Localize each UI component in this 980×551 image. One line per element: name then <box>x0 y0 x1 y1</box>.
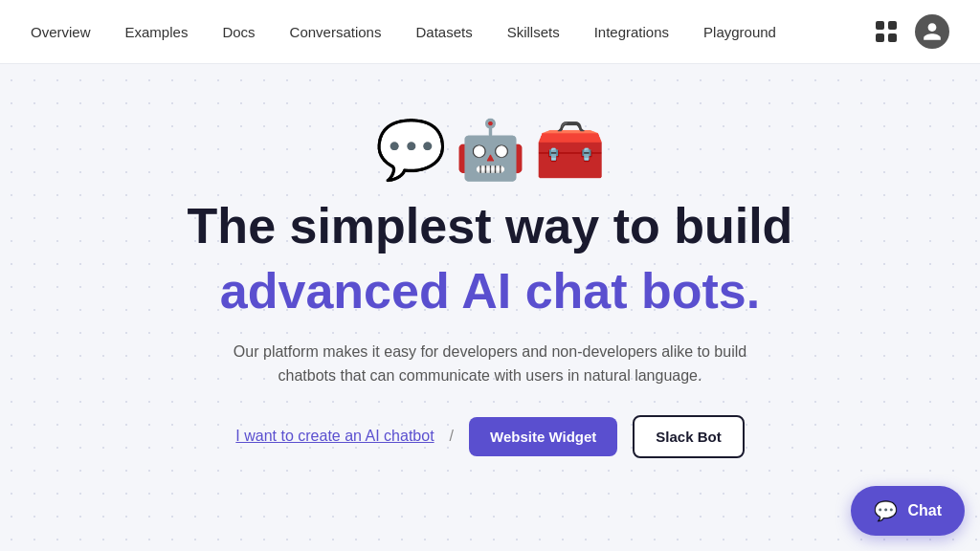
hero-cta: I want to create an AI chatbot / Website… <box>235 415 744 458</box>
slack-bot-button[interactable]: Slack Bot <box>633 415 744 458</box>
cta-link-text[interactable]: I want to create an AI chatbot <box>235 428 434 445</box>
chat-widget-button[interactable]: 💬 Chat <box>851 486 965 536</box>
svg-rect-2 <box>876 33 884 42</box>
cta-divider: / <box>450 428 454 445</box>
chat-bubble-icon: 💬 <box>874 499 898 522</box>
svg-rect-0 <box>876 21 884 30</box>
nav-right <box>873 14 949 49</box>
chat-emoji: 💬 <box>375 121 447 179</box>
robot-emoji: 🤖 <box>455 121 526 179</box>
user-avatar[interactable] <box>915 14 949 49</box>
nav-examples[interactable]: Examples <box>125 24 189 40</box>
hero-emojis: 💬 🤖 🧰 <box>375 121 606 179</box>
hero-title-line2: advanced AI chat bots. <box>220 263 760 320</box>
svg-rect-3 <box>888 33 897 42</box>
nav-integrations[interactable]: Integrations <box>594 24 669 40</box>
hero-subtitle: Our platform makes it easy for developer… <box>203 340 777 388</box>
svg-rect-1 <box>888 21 897 30</box>
layout-icon[interactable] <box>873 18 900 45</box>
nav-playground[interactable]: Playground <box>703 24 776 40</box>
nav-overview[interactable]: Overview <box>31 24 91 40</box>
nav-conversations[interactable]: Conversations <box>290 24 382 40</box>
hero-section: 💬 🤖 🧰 The simplest way to build advanced… <box>0 64 980 458</box>
nav-skillsets[interactable]: Skillsets <box>507 24 560 40</box>
nav-datasets[interactable]: Datasets <box>415 24 472 40</box>
navbar: Overview Examples Docs Conversations Dat… <box>0 0 980 64</box>
toolbox-emoji: 🧰 <box>534 121 606 179</box>
nav-docs[interactable]: Docs <box>222 24 255 40</box>
chat-widget-label: Chat <box>907 502 942 519</box>
nav-links: Overview Examples Docs Conversations Dat… <box>31 24 776 40</box>
hero-title-line1: The simplest way to build <box>188 198 793 255</box>
website-widget-button[interactable]: Website Widget <box>469 417 617 456</box>
